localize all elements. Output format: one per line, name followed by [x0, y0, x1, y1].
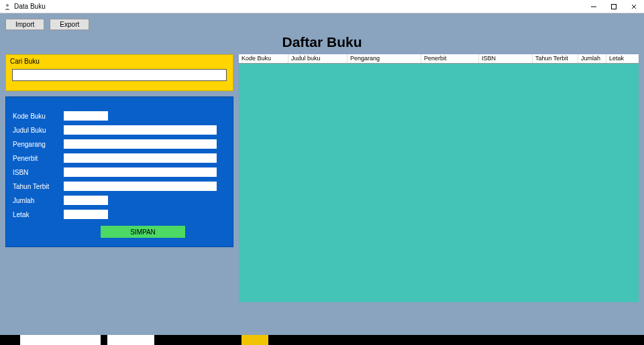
toolbar: Import Export	[5, 13, 639, 33]
col-judul-buku[interactable]: Judul buku	[288, 54, 347, 63]
export-button[interactable]: Export	[50, 19, 89, 30]
search-label: Cari Buku	[10, 58, 229, 65]
jumlah-input[interactable]	[64, 196, 108, 205]
col-tahun-terbit[interactable]: Tahun Terbit	[533, 54, 578, 63]
app-body: Import Export Daftar Buku Cari Buku Kode…	[0, 13, 644, 335]
jumlah-label: Jumlah	[13, 197, 64, 204]
maximize-button[interactable]	[604, 0, 624, 13]
kode-buku-input[interactable]	[64, 111, 108, 121]
col-kode-buku[interactable]: Kode Buku	[239, 54, 288, 63]
penerbit-label: Penerbit	[13, 155, 64, 162]
kode-buku-label: Kode Buku	[13, 113, 64, 120]
penerbit-input[interactable]	[64, 153, 217, 163]
col-penerbit[interactable]: Penerbit	[421, 54, 479, 63]
window-title: Data Buku	[14, 3, 584, 10]
taskbar	[0, 335, 644, 345]
pengarang-label: Pengarang	[13, 141, 64, 148]
col-jumlah[interactable]: Jumlah	[578, 54, 606, 63]
table-body[interactable]	[239, 64, 639, 302]
books-table: Kode Buku Judul buku Pengarang Penerbit …	[239, 54, 639, 302]
isbn-label: ISBN	[13, 169, 64, 176]
pengarang-input[interactable]	[64, 139, 217, 149]
svg-rect-2	[612, 4, 616, 9]
svg-point-0	[6, 4, 9, 7]
letak-input[interactable]	[64, 210, 108, 219]
judul-buku-input[interactable]	[64, 125, 217, 135]
tahun-terbit-input[interactable]	[64, 182, 217, 191]
close-button[interactable]	[624, 0, 644, 13]
app-icon	[3, 3, 11, 11]
window-controls	[584, 0, 644, 13]
col-pengarang[interactable]: Pengarang	[347, 54, 421, 63]
save-button[interactable]: SIMPAN	[100, 225, 186, 238]
judul-buku-label: Judul Buku	[13, 127, 64, 134]
minimize-button[interactable]	[584, 0, 604, 13]
tahun-terbit-label: Tahun Terbit	[13, 183, 64, 190]
window-titlebar: Data Buku	[0, 0, 644, 13]
col-isbn[interactable]: ISBN	[479, 54, 533, 63]
table-header-row: Kode Buku Judul buku Pengarang Penerbit …	[239, 54, 639, 64]
import-button[interactable]: Import	[5, 19, 44, 30]
search-input[interactable]	[12, 69, 226, 81]
search-panel: Cari Buku	[5, 54, 233, 91]
book-form: Kode Buku Judul Buku Pengarang Penerbit …	[5, 96, 233, 247]
isbn-input[interactable]	[64, 167, 217, 177]
page-title: Daftar Buku	[5, 34, 639, 50]
letak-label: Letak	[13, 211, 64, 218]
col-letak[interactable]: Letak	[606, 54, 635, 63]
